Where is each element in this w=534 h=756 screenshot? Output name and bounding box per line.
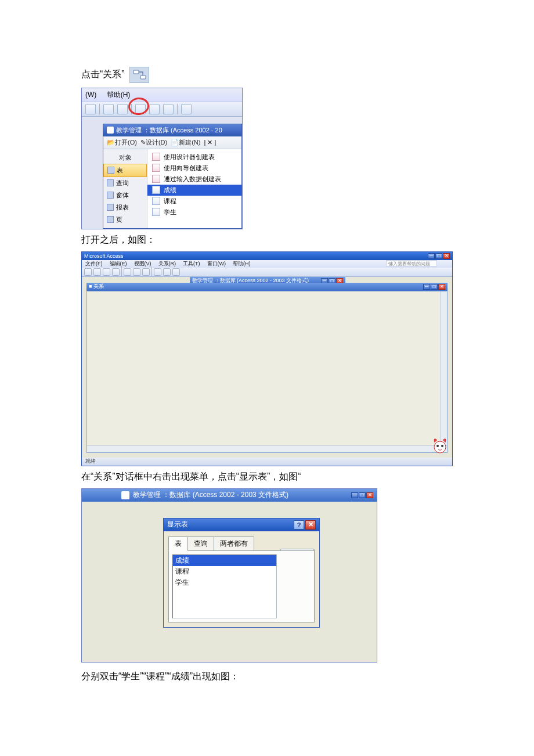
toolbar-button[interactable] — [154, 268, 161, 276]
minimize-button[interactable]: ─ — [428, 253, 435, 259]
app-titlebar: Microsoft Access ─ □ ✕ — [82, 252, 452, 260]
relationships-button[interactable] — [149, 104, 160, 114]
db-title: 教学管理 ：数据库 (Access 2002 - 2003 文件格式) — [133, 490, 288, 500]
dialog-title: 显示表 — [167, 520, 188, 530]
close-button[interactable]: ✕ — [366, 492, 373, 498]
close-button[interactable]: ✕ — [305, 520, 316, 530]
help-search-input[interactable]: 键入需要帮助的问题 — [386, 260, 437, 267]
table-icon — [107, 167, 114, 174]
maximize-button[interactable]: □ — [431, 284, 438, 290]
tab-page: 成绩 课程 学生 — [168, 550, 315, 622]
separator — [99, 104, 100, 114]
nav-item-forms[interactable]: 窗体 — [103, 189, 147, 201]
minimize-button[interactable]: ─ — [351, 492, 358, 498]
db-toolbar: 📂打开(O) ✎设计(D) 📄新建(N) | ✕ | — [103, 136, 241, 149]
menu-item[interactable]: 视图(V) — [134, 260, 151, 268]
open-button[interactable]: 📂打开(O) — [107, 138, 137, 147]
table-listbox[interactable]: 成绩 课程 学生 — [172, 555, 277, 618]
relationships-canvas[interactable] — [86, 291, 448, 453]
toolbar-button[interactable] — [112, 268, 120, 276]
window-controls: ─ □ ✕ — [428, 253, 450, 259]
toolbar-button[interactable] — [85, 104, 96, 114]
design-button[interactable]: ✎设计(D) — [140, 138, 167, 147]
toolbar-button[interactable] — [103, 104, 114, 114]
separator: | ✕ | — [204, 139, 216, 146]
doc-line-2: 打开之后，如图： — [81, 232, 453, 248]
new-button[interactable]: 📄新建(N) — [171, 138, 200, 147]
separator — [121, 267, 122, 277]
list-item[interactable]: 学生 — [147, 207, 241, 218]
menu-item-w[interactable]: (W) — [85, 91, 96, 99]
list-option[interactable]: 成绩 — [173, 555, 276, 566]
close-button[interactable]: ✕ — [443, 253, 450, 259]
nav-item-queries[interactable]: 查询 — [103, 177, 147, 189]
list-item-selected[interactable]: 成绩 — [147, 185, 241, 196]
list-item[interactable]: 使用设计器创建表 — [147, 152, 241, 163]
table-icon — [152, 186, 160, 194]
maximize-button[interactable]: □ — [359, 492, 366, 498]
query-icon — [107, 179, 114, 186]
horizontal-scrollbar[interactable] — [87, 445, 447, 452]
tab-both[interactable]: 两者都有 — [214, 537, 254, 551]
toolbar-button[interactable] — [93, 268, 101, 276]
menubar: (W) 帮助(H) — [82, 88, 242, 102]
text: “关系” — [100, 69, 125, 79]
db-icon — [121, 491, 129, 499]
list-item[interactable]: 通过输入数据创建表 — [147, 174, 241, 185]
db-icon — [107, 127, 114, 134]
menu-item[interactable]: 帮助(H) — [233, 260, 251, 268]
menu-item[interactable]: 文件(F) — [85, 260, 103, 268]
menu-item[interactable]: 窗口(W) — [207, 260, 226, 268]
object-list: 使用设计器创建表 使用向导创建表 通过输入数据创建表 成绩 课程 学生 — [147, 149, 241, 228]
toolbar-button[interactable] — [117, 104, 128, 114]
nav-item-tables[interactable]: 表 — [103, 164, 147, 177]
svg-rect-0 — [134, 70, 139, 74]
screenshot-show-table-dialog: 教学管理 ：数据库 (Access 2002 - 2003 文件格式) ─ □ … — [81, 488, 377, 663]
toolbar-button[interactable] — [124, 268, 131, 276]
close-button[interactable]: ✕ — [438, 284, 445, 290]
nav-item-pages[interactable]: 页 — [103, 214, 147, 226]
toolbar-button[interactable] — [133, 268, 140, 276]
list-item[interactable]: 课程 — [147, 196, 241, 207]
app-title: Microsoft Access — [84, 253, 124, 259]
svg-rect-1 — [140, 75, 146, 79]
menu-item-help[interactable]: 帮助(H) — [107, 91, 131, 99]
minimize-button[interactable]: ─ — [423, 284, 430, 290]
status-text: 就绪 — [85, 458, 96, 465]
toolbar — [82, 102, 242, 117]
toolbar-button[interactable] — [163, 104, 174, 114]
doc-line-3: 在“关系”对话框中右击出现菜单，点击“显示表”，如图“ — [81, 469, 453, 485]
text: 点击 — [81, 69, 100, 79]
toolbar-button[interactable] — [84, 268, 92, 276]
toolbar-button[interactable] — [172, 268, 180, 276]
menu-item[interactable]: 工具(T) — [183, 260, 200, 268]
relationships-titlebar: ■ 关系 ─ □ ✕ — [86, 283, 448, 291]
menu-item[interactable]: 编辑(E) — [110, 260, 127, 268]
screenshot-relationships-window: Microsoft Access ─ □ ✕ 文件(F) 编辑(E) 视图(V)… — [81, 251, 453, 466]
toolbar-button[interactable] — [163, 268, 171, 276]
separator — [177, 104, 178, 114]
wizard-icon — [152, 153, 160, 161]
database-window: 教学管理 ：数据库 (Access 2002 - 20 📂打开(O) ✎设计(D… — [103, 124, 242, 229]
nav-item-reports[interactable]: 报表 — [103, 201, 147, 214]
show-table-dialog: 显示表 ? ✕ 表 查询 两者都有 成绩 课程 学生 — [163, 518, 320, 628]
objects-nav: 对象 表 查询 窗体 报表 页 — [103, 149, 147, 228]
list-option[interactable]: 课程 — [173, 566, 276, 577]
tab-queries[interactable]: 查询 — [187, 537, 214, 551]
help-button[interactable]: ? — [294, 520, 304, 530]
toolbar — [82, 268, 452, 277]
toolbar-button[interactable] — [103, 268, 110, 276]
db-window-titlebar: 教学管理 ：数据库 (Access 2002 - 2003 文件格式) ─ □ … — [82, 489, 377, 502]
window-title: 教学管理 ：数据库 (Access 2002 - 20 — [103, 124, 241, 136]
vertical-scrollbar[interactable] — [440, 291, 447, 445]
menu-item[interactable]: 关系(R) — [158, 260, 176, 268]
tab-tables[interactable]: 表 — [168, 537, 188, 551]
status-bar: 就绪 — [82, 458, 452, 466]
report-icon — [107, 204, 114, 211]
maximize-button[interactable]: □ — [435, 253, 442, 259]
list-option[interactable]: 学生 — [173, 577, 276, 588]
relationships-icon — [129, 67, 149, 83]
toolbar-button[interactable] — [142, 268, 150, 276]
help-button[interactable] — [181, 104, 192, 114]
list-item[interactable]: 使用向导创建表 — [147, 163, 241, 174]
